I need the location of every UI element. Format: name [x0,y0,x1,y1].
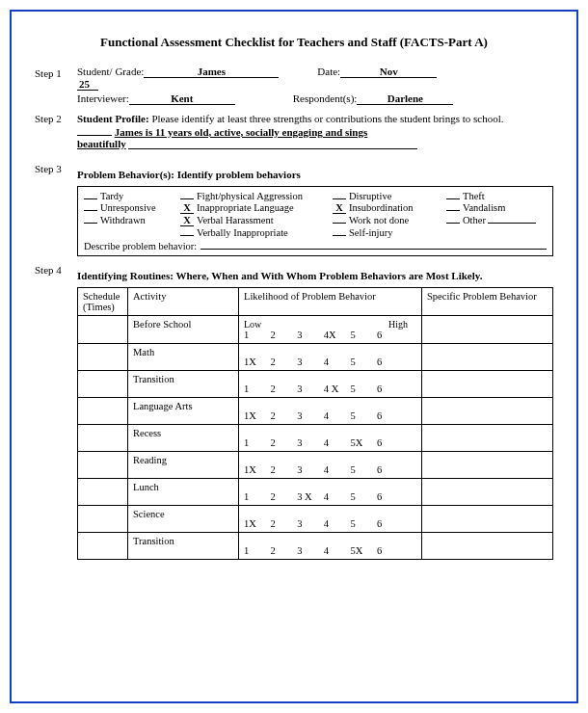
cell-likelihood[interactable]: LowHigh1234X56 [239,316,422,344]
scale-mark[interactable]: 3 [297,518,318,529]
scale-mark[interactable]: 1 [244,437,265,448]
scale-mark[interactable]: 4 [324,491,345,502]
scale-mark[interactable]: 3 [297,437,318,448]
scale-mark[interactable]: 2 [271,545,292,556]
scale-mark[interactable]: 6 [377,518,398,529]
scale-mark[interactable]: 6 [377,356,398,367]
describe-value[interactable] [200,249,547,250]
scale-mark[interactable]: 3 [297,545,318,556]
scale-mark[interactable]: 6 [377,464,398,475]
cell-schedule[interactable] [78,452,128,479]
scale-mark[interactable]: 6 [377,491,398,502]
scale-mark[interactable]: 2 [271,491,292,502]
scale-mark[interactable]: 1X [244,464,265,475]
scale-mark[interactable]: 3 [297,330,318,340]
cell-schedule[interactable] [78,425,128,452]
date-value-2[interactable]: 25 [77,78,98,91]
scale-mark[interactable]: 3 [297,410,318,421]
scale-mark[interactable]: 6 [377,383,398,394]
student-grade-value[interactable]: James [144,66,279,78]
scale-mark[interactable]: 6 [377,330,398,340]
scale-mark[interactable]: 1X [244,356,265,367]
chk-self-injury[interactable] [333,235,346,236]
scale-mark[interactable]: 1X [244,518,265,529]
cell-likelihood[interactable]: 1X23456 [239,452,422,479]
cell-schedule[interactable] [78,506,128,533]
scale-mark[interactable]: 2 [271,330,292,340]
cell-schedule[interactable] [78,344,128,371]
scale-mark[interactable]: 4 [324,437,345,448]
scale-mark[interactable]: 3 [297,356,318,367]
cell-specific[interactable] [422,371,553,398]
scale-mark[interactable]: 5X [350,545,371,556]
cell-specific[interactable] [422,452,553,479]
scale-mark[interactable]: 4X [324,330,345,340]
scale-mark[interactable]: 4 [324,356,345,367]
cell-likelihood[interactable]: 12345X6 [239,533,422,560]
scale-mark[interactable]: 2 [271,518,292,529]
interviewer-value[interactable]: Kent [129,92,235,105]
cell-schedule[interactable] [78,479,128,506]
scale-mark[interactable]: 1 [244,545,265,556]
scale-mark[interactable]: 6 [377,410,398,421]
scale-mark[interactable]: 5 [350,410,371,421]
cell-schedule[interactable] [78,316,128,344]
chk-verbally-inapp[interactable] [180,235,194,236]
chk-tardy[interactable] [84,198,97,199]
scale-mark[interactable]: 1 [244,491,265,502]
scale-mark[interactable]: 1 [244,383,265,394]
cell-likelihood[interactable]: 123 X456 [239,479,422,506]
scale-mark[interactable]: 6 [377,437,398,448]
scale-mark[interactable]: 5 [350,491,371,502]
chk-verbal-har[interactable]: X [180,215,194,226]
cell-likelihood[interactable]: 1X23456 [239,506,422,533]
scale-mark[interactable]: 4 [324,518,345,529]
scale-mark[interactable]: 5 [350,356,371,367]
cell-specific[interactable] [422,506,553,533]
cell-schedule[interactable] [78,398,128,425]
cell-schedule[interactable] [78,533,128,560]
cell-likelihood[interactable]: 12345X6 [239,425,422,452]
scale-mark[interactable]: 4 [324,464,345,475]
cell-specific[interactable] [422,425,553,452]
scale-mark[interactable]: 4 [324,545,345,556]
cell-specific[interactable] [422,316,553,344]
scale-mark[interactable]: 5 [350,518,371,529]
cell-specific[interactable] [422,479,553,506]
respondent-value[interactable]: Darlene [357,92,453,105]
scale-mark[interactable]: 3 [297,383,318,394]
chk-fight[interactable] [180,198,194,199]
scale-mark[interactable]: 5 [350,464,371,475]
chk-theft[interactable] [446,198,460,199]
cell-specific[interactable] [422,398,553,425]
chk-insub[interactable]: X [333,202,346,214]
cell-specific[interactable] [422,533,553,560]
scale-mark[interactable]: 1X [244,410,265,421]
scale-mark[interactable]: 6 [377,545,398,556]
chk-unresponsive[interactable] [84,210,97,211]
scale-mark[interactable]: 5 [350,383,371,394]
chk-inapp-lang[interactable]: X [180,202,194,214]
scale-mark[interactable]: 2 [271,464,292,475]
profile-answer-2[interactable]: beautifully [77,138,126,149]
scale-mark[interactable]: 4 X [324,383,345,394]
cell-specific[interactable] [422,344,553,371]
scale-mark[interactable]: 3 [297,464,318,475]
scale-mark[interactable]: 2 [271,410,292,421]
profile-answer-1[interactable]: James is 11 years old, active, socially … [115,126,368,138]
date-value[interactable]: Nov [340,66,437,78]
scale-mark[interactable]: 4 [324,410,345,421]
chk-withdrawn[interactable] [84,223,97,224]
scale-mark[interactable]: 5X [350,437,371,448]
scale-mark[interactable]: 1 [244,330,265,340]
scale-mark[interactable]: 2 [271,383,292,394]
cell-likelihood[interactable]: 1X23456 [239,398,422,425]
chk-work-not-done[interactable] [333,223,346,224]
chk-other[interactable] [446,223,460,224]
scale-mark[interactable]: 2 [271,356,292,367]
scale-mark[interactable]: 5 [350,330,371,340]
chk-vandalism[interactable] [446,210,460,211]
chk-disruptive[interactable] [333,198,346,199]
cell-likelihood[interactable]: 1X23456 [239,344,422,371]
cell-likelihood[interactable]: 1234 X56 [239,371,422,398]
